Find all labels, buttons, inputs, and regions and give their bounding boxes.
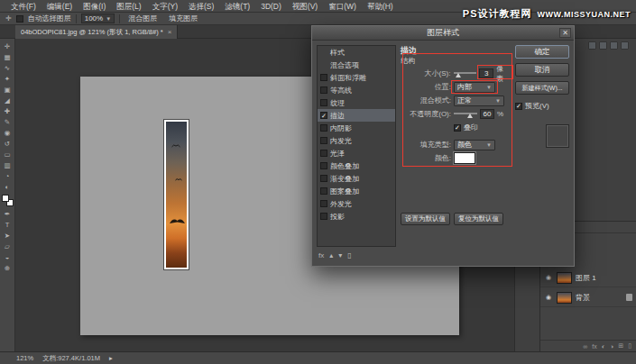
adjustment-layer-icon[interactable]: ◑ (610, 343, 613, 350)
layer-mask-icon[interactable]: ◐ (602, 343, 605, 350)
style-item-pattern-overlay[interactable]: 图案叠加 (318, 185, 395, 197)
style-item-drop-shadow[interactable]: 投影 (318, 210, 395, 223)
style-item-bevel-emboss[interactable]: 斜面和浮雕 (318, 71, 395, 84)
layer-style-icon[interactable]: fx (592, 343, 596, 350)
marquee-tool-icon[interactable]: ▦ (2, 52, 14, 62)
menu-select[interactable]: 选择(S) (183, 0, 219, 13)
brush-tool-icon[interactable]: ✎ (2, 117, 14, 127)
ok-button[interactable]: 确定 (515, 45, 569, 59)
delete-effect-icon[interactable]: ▯ (347, 251, 351, 259)
menu-file[interactable]: 文件(F) (5, 0, 41, 13)
path-selection-tool-icon[interactable]: ➤ (2, 231, 14, 241)
zoom-dropdown[interactable]: 100% ▼ (81, 14, 115, 23)
style-item-styles[interactable]: 样式 (318, 46, 395, 59)
menu-filter[interactable]: 滤镜(T) (219, 0, 255, 13)
menu-help[interactable]: 帮助(H) (362, 0, 399, 13)
checkbox[interactable] (320, 175, 327, 182)
style-item-inner-shadow[interactable]: 内阴影 (318, 122, 395, 134)
style-item-color-overlay[interactable]: 颜色叠加 (318, 159, 395, 172)
hand-tool-icon[interactable]: ◒ (2, 252, 14, 262)
lasso-tool-icon[interactable]: ∿ (2, 63, 14, 73)
layer-row[interactable]: ◉ 图层 1 (540, 268, 636, 287)
checkbox[interactable] (320, 74, 327, 81)
checkbox[interactable] (320, 150, 327, 157)
eyedropper-tool-icon[interactable]: ◢ (2, 96, 14, 105)
checkbox[interactable] (320, 99, 327, 106)
layer-row[interactable]: ◉ 背景 (540, 288, 636, 307)
menu-3d[interactable]: 3D(D) (255, 0, 287, 13)
quick-selection-tool-icon[interactable]: ✦ (2, 74, 14, 84)
stroke-color-swatch[interactable] (454, 152, 475, 164)
options-button-1[interactable]: 混合图层 (124, 14, 161, 23)
crop-tool-icon[interactable]: ▣ (2, 85, 14, 95)
checkbox[interactable] (320, 137, 327, 144)
gradient-tool-icon[interactable]: ▥ (2, 160, 14, 170)
clone-stamp-tool-icon[interactable]: ◉ (2, 128, 14, 138)
size-slider[interactable] (454, 69, 477, 77)
checkbox[interactable] (320, 187, 327, 195)
checkbox[interactable] (320, 200, 327, 207)
dodge-tool-icon[interactable]: ◐ (2, 182, 14, 192)
opacity-input[interactable]: 60 (480, 109, 494, 119)
menu-layer[interactable]: 图层(L) (111, 0, 146, 13)
style-item-outer-glow[interactable]: 外发光 (318, 197, 395, 210)
link-layers-icon[interactable]: ∞ (583, 343, 587, 350)
set-default-button[interactable]: 设置为默认值 (401, 213, 450, 225)
checkbox[interactable]: ✓ (320, 112, 327, 119)
close-icon[interactable]: ✕ (559, 28, 571, 38)
status-arrow-icon[interactable]: ▸ (109, 354, 113, 362)
style-item-inner-glow[interactable]: 内发光 (318, 134, 395, 147)
blur-tool-icon[interactable]: ◔ (2, 171, 14, 181)
opacity-slider[interactable] (454, 110, 477, 118)
shape-tool-icon[interactable]: ▱ (2, 241, 14, 251)
visibility-eye-icon[interactable]: ◉ (544, 274, 553, 281)
checkbox[interactable] (320, 162, 327, 169)
style-item-gradient-overlay[interactable]: 渐变叠加 (318, 172, 395, 185)
close-icon[interactable]: × (168, 28, 172, 36)
checkbox[interactable] (320, 124, 327, 132)
menu-image[interactable]: 图像(I) (78, 0, 111, 13)
delete-layer-icon[interactable]: ▯ (628, 342, 631, 350)
adjustment-icon[interactable] (588, 41, 596, 50)
new-style-button[interactable]: 新建样式(W)... (515, 81, 569, 95)
dialog-title-bar[interactable]: 图层样式 ✕ (312, 26, 574, 41)
auto-select-checkbox[interactable] (16, 15, 23, 23)
fill-type-dropdown[interactable]: 颜色 ▼ (454, 140, 495, 150)
menu-view[interactable]: 视图(V) (287, 0, 323, 13)
checkbox[interactable] (320, 86, 327, 94)
new-layer-icon[interactable]: ⊞ (618, 342, 623, 350)
position-dropdown[interactable]: 内部 ▼ (454, 82, 495, 93)
style-item-texture[interactable]: 纹理 (318, 96, 395, 109)
move-up-icon[interactable]: ▴ (329, 251, 333, 259)
sunset-image-strip[interactable] (164, 120, 189, 269)
adjustment-icon[interactable] (621, 41, 629, 50)
layer-thumbnail[interactable] (557, 272, 572, 284)
eraser-tool-icon[interactable]: ▭ (2, 150, 14, 159)
document-tab[interactable]: 04bODOPIC81.jpg @ 121% (形状 1, RGB/8#) * … (15, 25, 178, 39)
preview-checkbox[interactable]: ✓ (515, 103, 522, 110)
adjustment-icon[interactable] (610, 41, 618, 50)
visibility-eye-icon[interactable]: ◉ (544, 294, 553, 301)
menu-type[interactable]: 文字(Y) (147, 0, 183, 13)
cancel-button[interactable]: 取消 (515, 63, 569, 77)
layer-name[interactable]: 图层 1 (576, 273, 596, 283)
lock-icon[interactable] (626, 294, 632, 301)
checkbox[interactable] (320, 213, 327, 220)
type-tool-icon[interactable]: T (2, 220, 14, 230)
layer-name[interactable]: 背景 (576, 293, 590, 303)
pen-tool-icon[interactable]: ✒ (2, 209, 14, 219)
adjustment-icon[interactable] (599, 41, 607, 50)
move-down-icon[interactable]: ▾ (338, 251, 342, 259)
style-item-stroke[interactable]: ✓描边 (318, 109, 395, 122)
move-tool-icon[interactable]: ✛ (2, 41, 14, 51)
fx-icon[interactable]: fx (318, 251, 324, 259)
size-input[interactable]: 3 (479, 68, 493, 78)
history-brush-tool-icon[interactable]: ↺ (2, 139, 14, 149)
reset-default-button[interactable]: 复位为默认值 (454, 213, 503, 225)
healing-tool-icon[interactable]: ✚ (2, 106, 14, 116)
layer-thumbnail[interactable] (557, 292, 572, 304)
overprint-checkbox[interactable]: ✓ (454, 124, 461, 132)
zoom-tool-icon[interactable]: ⊕ (2, 263, 14, 273)
color-swatches[interactable] (2, 195, 14, 206)
style-item-contour[interactable]: 等高线 (318, 84, 395, 96)
